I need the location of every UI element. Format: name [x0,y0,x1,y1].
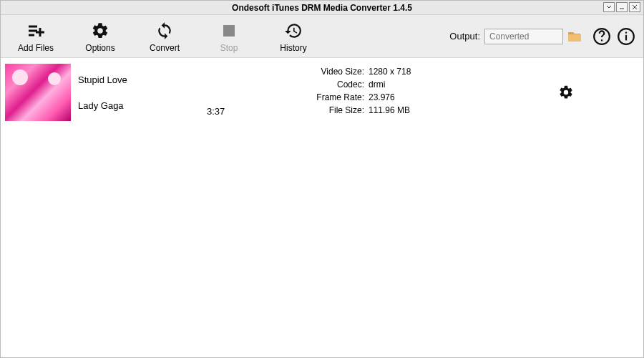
codec-value: drmi [369,79,385,90]
history-label: History [280,43,306,53]
video-artist: Lady Gaga [78,100,200,111]
duration-column: 3:37 [207,64,278,121]
output-label: Output: [449,31,480,42]
titlebar: Ondesoft iTunes DRM Media Converter 1.4.… [1,1,643,15]
title-column: Stupid Love Lady Gaga [78,64,200,121]
close-window-button[interactable] [629,2,640,12]
convert-label: Convert [150,43,180,53]
video-size-value: 1280 x 718 [369,67,411,77]
video-duration: 3:37 [207,106,225,117]
file-size-label: File Size: [286,105,364,115]
svg-rect-9 [625,34,627,40]
output-group: Output: [449,29,582,44]
frame-rate-value: 23.976 [369,92,395,102]
help-section [592,26,636,47]
add-files-icon [26,20,46,42]
sync-icon [155,20,174,42]
stop-icon [222,20,236,42]
add-files-label: Add Files [18,43,54,53]
stop-button: Stop [197,16,261,57]
codec-label: Codec: [286,79,364,90]
help-button[interactable] [592,26,612,47]
dropdown-window-button[interactable] [603,2,615,12]
file-list: Stupid Love Lady Gaga 3:37 Video Size: 1… [1,58,643,355]
stop-label: Stop [220,43,238,53]
options-label: Options [85,43,114,53]
properties-column: Video Size: 1280 x 718 Codec: drmi Frame… [286,64,486,121]
video-title: Stupid Love [78,74,200,85]
frame-rate-label: Frame Rate: [286,92,364,102]
svg-rect-10 [625,32,627,33]
gear-icon [91,20,109,42]
item-actions [493,64,639,121]
browse-folder-button[interactable] [567,30,582,43]
file-size-value: 111.96 MB [369,105,410,115]
window-controls [603,2,640,12]
output-path-input[interactable] [484,29,563,44]
toolbar: Add Files Options Convert Stop History O… [1,15,643,58]
svg-rect-6 [223,25,235,37]
history-icon [284,20,303,42]
add-files-button[interactable]: Add Files [4,16,68,57]
item-settings-button[interactable] [558,84,574,100]
options-button[interactable]: Options [68,16,132,57]
video-size-label: Video Size: [286,67,364,77]
file-item[interactable]: Stupid Love Lady Gaga 3:37 Video Size: 1… [1,58,643,127]
video-thumbnail [5,64,71,121]
window-title: Ondesoft iTunes DRM Media Converter 1.4.… [232,3,412,13]
history-button[interactable]: History [261,16,326,57]
minimize-window-button[interactable] [616,2,628,12]
info-button[interactable] [616,26,636,47]
convert-button[interactable]: Convert [132,16,197,57]
